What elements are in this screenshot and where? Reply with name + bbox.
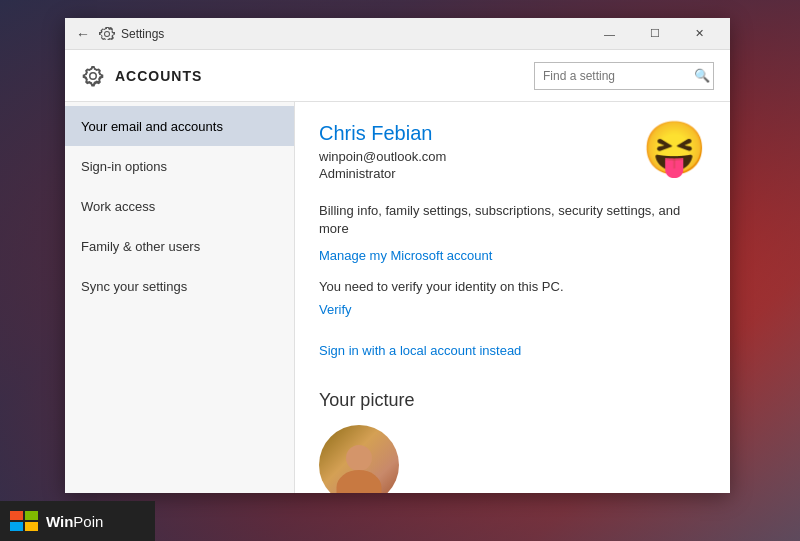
main-area: Your email and accounts Sign-in options … bbox=[65, 102, 730, 493]
sidebar-item-email-accounts[interactable]: Your email and accounts bbox=[65, 106, 294, 146]
content-area: Chris Febian winpoin@outlook.com Adminis… bbox=[295, 102, 730, 493]
titlebar-title: Settings bbox=[121, 27, 587, 41]
verify-text: You need to verify your identity on this… bbox=[319, 279, 706, 294]
back-button[interactable]: ← bbox=[73, 24, 93, 44]
search-box: 🔍 bbox=[534, 62, 714, 90]
verify-link[interactable]: Verify bbox=[319, 302, 352, 317]
user-email: winpoin@outlook.com bbox=[319, 149, 626, 164]
winpoin-logo bbox=[10, 511, 38, 531]
profile-picture bbox=[319, 425, 399, 493]
settings-window: ← Settings — ☐ ✕ ACCOUNTS 🔍 Your email a… bbox=[65, 18, 730, 493]
maximize-button[interactable]: ☐ bbox=[632, 18, 677, 50]
user-role: Administrator bbox=[319, 166, 626, 181]
local-account-link[interactable]: Sign in with a local account instead bbox=[319, 343, 521, 358]
close-button[interactable]: ✕ bbox=[677, 18, 722, 50]
person-body bbox=[337, 470, 382, 493]
your-picture-title: Your picture bbox=[319, 390, 706, 411]
header-bar: ACCOUNTS 🔍 bbox=[65, 50, 730, 102]
sidebar-item-sync-settings[interactable]: Sync your settings bbox=[65, 266, 294, 306]
titlebar: ← Settings — ☐ ✕ bbox=[65, 18, 730, 50]
header-title: ACCOUNTS bbox=[115, 68, 534, 84]
person-head bbox=[346, 445, 372, 471]
window-controls: — ☐ ✕ bbox=[587, 18, 722, 50]
winpoin-bar: WinPoin bbox=[0, 501, 155, 541]
sidebar: Your email and accounts Sign-in options … bbox=[65, 102, 295, 493]
user-section: Chris Febian winpoin@outlook.com Adminis… bbox=[319, 122, 706, 186]
winpoin-brand-text: WinPoin bbox=[46, 513, 103, 530]
sidebar-item-family-users[interactable]: Family & other users bbox=[65, 226, 294, 266]
avatar: 😝 bbox=[642, 122, 706, 186]
search-input[interactable] bbox=[535, 63, 690, 89]
manage-account-link[interactable]: Manage my Microsoft account bbox=[319, 248, 492, 263]
accounts-gear-icon bbox=[81, 64, 105, 88]
user-info: Chris Febian winpoin@outlook.com Adminis… bbox=[319, 122, 626, 181]
user-name: Chris Febian bbox=[319, 122, 626, 145]
billing-text: Billing info, family settings, subscript… bbox=[319, 202, 706, 238]
search-button[interactable]: 🔍 bbox=[690, 62, 713, 90]
sidebar-item-work-access[interactable]: Work access bbox=[65, 186, 294, 226]
person-silhouette bbox=[329, 440, 389, 493]
logo-square-green bbox=[25, 511, 38, 520]
logo-square-blue bbox=[10, 522, 23, 531]
logo-square-red bbox=[10, 511, 23, 520]
titlebar-gear-icon bbox=[99, 26, 115, 42]
sidebar-item-signin-options[interactable]: Sign-in options bbox=[65, 146, 294, 186]
logo-square-yellow bbox=[25, 522, 38, 531]
minimize-button[interactable]: — bbox=[587, 18, 632, 50]
